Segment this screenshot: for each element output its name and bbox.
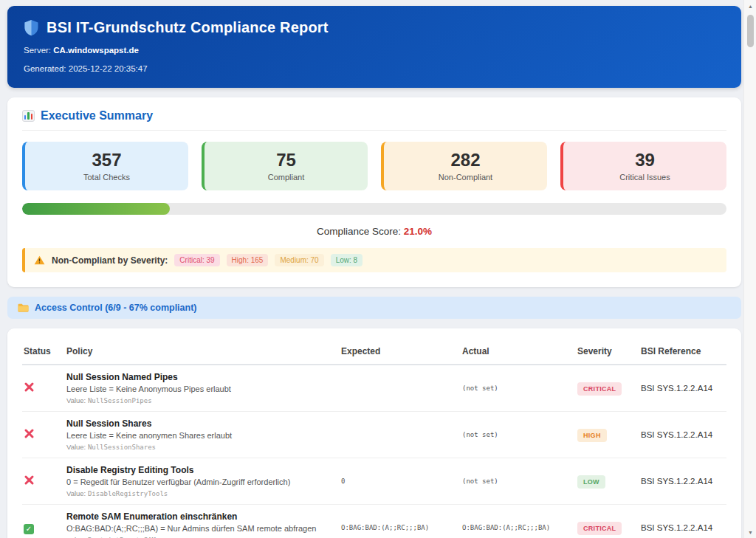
- status-cell: ✓: [22, 505, 65, 538]
- policy-value-line: Value: NullSessionPipes: [66, 396, 334, 404]
- server-value: CA.windowspapst.de: [53, 46, 139, 55]
- status-cell: ✓: [22, 458, 65, 505]
- policy-description: O:BAG:BAD:(A;;RC;;;BA) = Nur Admins dürf…: [66, 524, 334, 533]
- stat-critical-issues: 39 Critical Issues: [560, 142, 726, 190]
- severity-badge: HIGH: [577, 429, 607, 442]
- severity-cell: CRITICAL: [576, 365, 639, 412]
- compliance-progress-fill: [22, 203, 170, 215]
- expected-cell: 0: [340, 458, 461, 505]
- policy-value-label: Value:: [66, 489, 88, 497]
- stat-compliant-value: 75: [210, 150, 362, 170]
- severity-badge: LOW: [577, 475, 605, 489]
- generated-value: 2025-12-22 20:35:47: [69, 64, 148, 73]
- stat-compliant: 75 Compliant: [202, 142, 368, 190]
- severity-badge: CRITICAL: [577, 522, 622, 535]
- section-access-control[interactable]: Access Control (6/9 - 67% compliant): [7, 297, 741, 319]
- severity-badge-critical: Critical: 39: [174, 254, 219, 266]
- policy-cell: Null Session Named Pipes Leere Liste = K…: [65, 365, 340, 412]
- stat-non-compliant-value: 282: [390, 150, 541, 170]
- severity-badge-medium: Medium: 70: [275, 254, 323, 266]
- page-title: BSI IT-Grundschutz Compliance Report: [47, 19, 329, 36]
- severity-badge-high: High: 165: [227, 254, 269, 266]
- col-header-severity: Severity: [576, 337, 639, 365]
- compliance-table: Status Policy Expected Actual Severity B…: [22, 337, 726, 538]
- actual-cell: (not set): [461, 412, 576, 458]
- stat-total-checks-label: Total Checks: [31, 173, 182, 182]
- vertical-scrollbar[interactable]: ▲ ▼: [743, 0, 756, 538]
- severity-cell: CRITICAL: [576, 505, 639, 538]
- policy-name: Null Session Named Pipes: [66, 372, 334, 382]
- actual-cell: O:BAG:BAD:(A;;RC;;;BA): [461, 505, 576, 538]
- stat-critical-issues-label: Critical Issues: [569, 173, 721, 182]
- scroll-down-arrow[interactable]: ▼: [744, 526, 756, 538]
- policy-value-name: NullSessionPipes: [88, 397, 152, 404]
- report-header: BSI IT-Grundschutz Compliance Report Ser…: [7, 6, 741, 88]
- bar-chart-icon: [22, 110, 35, 122]
- table-header-row: Status Policy Expected Actual Severity B…: [22, 337, 726, 365]
- pass-check-icon: ✓: [24, 524, 34, 534]
- server-label: Server:: [24, 46, 51, 55]
- section-access-control-title: Access Control (6/9 - 67% compliant): [35, 303, 197, 313]
- compliance-table-card: Status Policy Expected Actual Severity B…: [7, 328, 741, 538]
- expected-cell: O:BAG:BAD:(A;;RC;;;BA): [340, 505, 461, 538]
- policy-cell: Null Session Shares Leere Liste = Keine …: [65, 412, 340, 458]
- scroll-up-arrow[interactable]: ▲: [744, 0, 756, 12]
- policy-cell: Remote SAM Enumeration einschränken O:BA…: [65, 505, 340, 538]
- status-cell: ✓: [22, 412, 65, 458]
- policy-description: Leere Liste = Keine anonymen Shares erla…: [66, 431, 334, 440]
- policy-value-label: Value:: [66, 443, 88, 451]
- policy-value-line: Value: DisableRegistryTools: [66, 489, 334, 497]
- col-header-bsi-reference: BSI Reference: [639, 337, 726, 365]
- generated-line: Generated: 2025-12-22 20:35:47: [24, 64, 725, 73]
- executive-summary-title: Executive Summary: [41, 109, 153, 123]
- severity-badge-low: Low: 8: [331, 254, 362, 266]
- col-header-expected: Expected: [340, 337, 461, 365]
- compliance-score-value: 21.0%: [404, 226, 432, 237]
- summary-stats: 357 Total Checks 75 Compliant 282 Non-Co…: [22, 142, 726, 190]
- generated-label: Generated:: [24, 64, 66, 73]
- severity-cell: LOW: [576, 458, 639, 505]
- col-header-actual: Actual: [461, 337, 576, 365]
- status-cell: ✓: [22, 365, 65, 412]
- actual-cell: (not set): [461, 365, 576, 412]
- bsi-reference-cell: BSI SYS.1.2.2.A14: [639, 365, 726, 412]
- table-row: ✓ Disable Registry Editing Tools 0 = Reg…: [22, 458, 726, 505]
- severity-cell: HIGH: [576, 412, 639, 458]
- fail-x-icon: [24, 475, 35, 489]
- stat-non-compliant-label: Non-Compliant: [390, 173, 541, 182]
- compliance-progress-track: [22, 203, 726, 215]
- col-header-policy: Policy: [65, 337, 340, 365]
- stat-total-checks: 357 Total Checks: [22, 142, 188, 190]
- policy-name: Null Session Shares: [66, 418, 334, 429]
- policy-value-name: NullSessionShares: [88, 444, 156, 451]
- severity-breakdown-bar: Non-Compliant by Severity: Critical: 39 …: [22, 248, 726, 272]
- compliance-score-label: Compliance Score:: [317, 226, 401, 237]
- server-line: Server: CA.windowspapst.de: [24, 46, 725, 55]
- executive-summary-card: Executive Summary 357 Total Checks 75 Co…: [7, 97, 741, 287]
- severity-breakdown-label: Non-Compliant by Severity:: [52, 255, 168, 266]
- report-page: BSI IT-Grundschutz Compliance Report Ser…: [7, 6, 741, 538]
- bsi-reference-cell: BSI SYS.1.2.2.A14: [639, 412, 726, 458]
- expected-cell: [340, 412, 461, 458]
- policy-value-label: Value:: [66, 396, 88, 404]
- policy-value-name: DisableRegistryTools: [88, 490, 168, 497]
- table-row: ✓ Null Session Shares Leere Liste = Kein…: [22, 412, 726, 458]
- policy-value-line: Value: NullSessionShares: [66, 443, 334, 451]
- bsi-reference-cell: BSI SYS.1.2.2.A14: [639, 505, 726, 538]
- fail-x-icon: [24, 428, 35, 442]
- policy-cell: Disable Registry Editing Tools 0 = Reged…: [65, 458, 340, 505]
- expected-cell: [340, 365, 461, 412]
- fail-x-icon: [24, 382, 35, 396]
- policy-description: Leere Liste = Keine Anonymous Pipes erla…: [66, 384, 334, 393]
- scrollbar-thumb[interactable]: [747, 15, 754, 47]
- compliance-score-line: Compliance Score: 21.0%: [22, 226, 726, 237]
- shield-icon: [24, 19, 39, 36]
- stat-compliant-label: Compliant: [210, 173, 362, 182]
- stat-non-compliant: 282 Non-Compliant: [381, 142, 547, 190]
- warning-icon: [34, 255, 45, 265]
- actual-cell: (not set): [461, 458, 576, 505]
- col-header-status: Status: [22, 337, 65, 365]
- stat-critical-issues-value: 39: [569, 150, 721, 170]
- table-row: ✓ Null Session Named Pipes Leere Liste =…: [22, 365, 726, 412]
- folder-icon: [18, 303, 29, 312]
